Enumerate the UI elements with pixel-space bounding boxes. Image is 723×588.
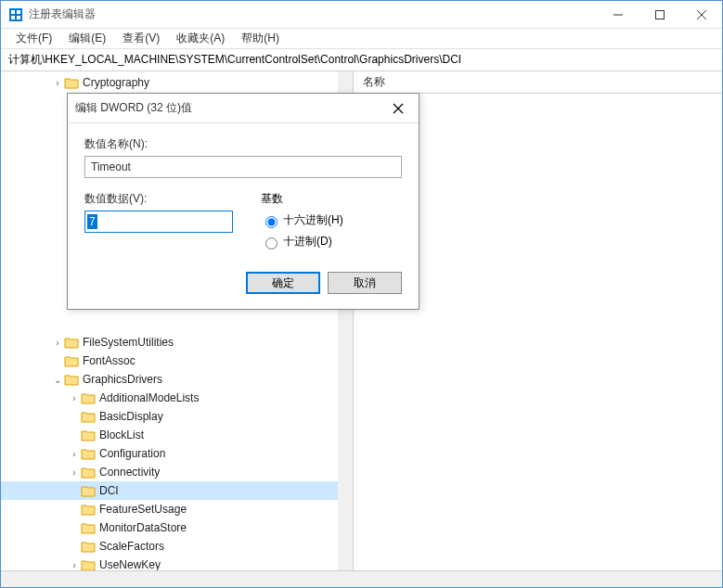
svg-rect-1 (11, 10, 15, 14)
folder-icon (81, 466, 96, 479)
tree-label: UseNewKey (99, 558, 161, 570)
folder-icon (81, 540, 96, 553)
cancel-button[interactable]: 取消 (328, 272, 402, 294)
folder-icon (64, 373, 79, 386)
chevron-right-icon[interactable]: › (68, 449, 81, 459)
tree-row[interactable]: ›Cryptography (1, 73, 353, 92)
chevron-right-icon[interactable]: › (68, 393, 81, 403)
folder-icon (81, 521, 96, 534)
chevron-down-icon[interactable]: ⌄ (51, 375, 64, 385)
value-name-field[interactable]: Timeout (84, 156, 402, 178)
radio-dec-label: 十进制(D) (283, 234, 332, 249)
minimize-button[interactable] (597, 1, 639, 28)
address-input[interactable] (5, 52, 718, 69)
tree-label: BlockList (99, 428, 144, 441)
tree-row[interactable]: BlockList (1, 426, 353, 444)
dialog-title: 编辑 DWORD (32 位)值 (75, 100, 192, 116)
dialog-titlebar: 编辑 DWORD (32 位)值 (68, 94, 419, 123)
chevron-right-icon[interactable]: › (68, 560, 81, 570)
folder-icon (81, 391, 96, 404)
base-group-label: 基数 (261, 191, 402, 207)
tree-row[interactable]: ›FileSystemUtilities (1, 333, 353, 352)
folder-icon (64, 336, 79, 349)
radio-hex-label: 十六进制(H) (283, 212, 343, 228)
app-icon (8, 7, 23, 22)
radio-hex[interactable]: 十六进制(H) (261, 212, 402, 228)
tree-row[interactable]: BasicDisplay (1, 407, 353, 426)
tree-row[interactable]: ›Configuration (1, 444, 353, 463)
chevron-right-icon[interactable]: › (68, 467, 81, 478)
statusbar (1, 570, 722, 587)
tree-label: BasicDisplay (99, 410, 163, 423)
tree-label: MonitorDataStore (99, 521, 187, 534)
value-data-label: 数值数据(V): (84, 191, 233, 207)
ok-button[interactable]: 确定 (246, 272, 320, 294)
tree-row[interactable]: FeatureSetUsage (1, 500, 353, 518)
value-data-input[interactable]: 7 (84, 211, 233, 233)
folder-icon (81, 558, 96, 570)
tree-row[interactable]: ›AdditionalModeLists (1, 389, 353, 407)
svg-rect-4 (17, 16, 20, 19)
svg-rect-6 (655, 10, 664, 19)
tree-label: Configuration (99, 447, 165, 460)
list-header-name[interactable]: 名称 (354, 71, 722, 94)
tree-label: ScaleFactors (99, 540, 164, 553)
tree-label: DCI (99, 484, 119, 497)
folder-icon (64, 76, 79, 89)
tree-label: FeatureSetUsage (99, 503, 187, 516)
tree-label: AdditionalModeLists (99, 391, 199, 404)
close-button[interactable] (680, 1, 722, 28)
tree-row[interactable]: ScaleFactors (1, 537, 353, 556)
edit-dword-dialog: 编辑 DWORD (32 位)值 数值名称(N): Timeout 数值数据(V… (67, 93, 420, 310)
menu-help[interactable]: 帮助(H) (234, 29, 287, 48)
folder-icon (81, 484, 96, 497)
chevron-right-icon[interactable]: › (51, 78, 64, 88)
tree-row[interactable]: FontAssoc (1, 352, 353, 370)
tree-label: Cryptography (83, 76, 149, 89)
menu-view[interactable]: 查看(V) (115, 29, 167, 48)
tree-row[interactable]: ›UseNewKey (1, 556, 353, 570)
folder-icon (81, 503, 96, 516)
svg-rect-2 (17, 10, 20, 14)
radio-hex-input[interactable] (265, 216, 278, 228)
menu-file[interactable]: 文件(F) (8, 29, 59, 48)
tree-row[interactable]: DCI (1, 481, 353, 500)
folder-icon (81, 447, 96, 460)
maximize-button[interactable] (639, 1, 680, 28)
radio-dec-input[interactable] (265, 237, 278, 249)
dialog-buttons: 确定 取消 (68, 262, 419, 309)
tree-label: Connectivity (99, 466, 160, 479)
value-name-label: 数值名称(N): (84, 136, 402, 152)
chevron-right-icon[interactable]: › (51, 338, 64, 348)
tree-label: FileSystemUtilities (83, 336, 174, 349)
window-title: 注册表编辑器 (29, 6, 597, 22)
dialog-body: 数值名称(N): Timeout 数值数据(V): 7 基数 十六进制(H) (68, 123, 419, 262)
address-bar (1, 49, 722, 71)
dialog-close-button[interactable] (385, 96, 411, 121)
folder-icon (81, 428, 96, 441)
value-data-text: 7 (87, 214, 97, 229)
menubar: 文件(F) 编辑(E) 查看(V) 收藏夹(A) 帮助(H) (1, 29, 722, 49)
tree-row[interactable]: ⌄GraphicsDrivers (1, 370, 353, 389)
registry-editor-window: 注册表编辑器 文件(F) 编辑(E) 查看(V) 收藏夹(A) 帮助(H) ›C… (0, 0, 723, 588)
svg-rect-3 (11, 16, 15, 19)
tree-label: GraphicsDrivers (83, 373, 162, 386)
titlebar: 注册表编辑器 (1, 1, 722, 29)
folder-icon (81, 410, 96, 423)
menu-favorites[interactable]: 收藏夹(A) (169, 29, 232, 48)
tree-row[interactable]: ›Connectivity (1, 463, 353, 481)
window-controls (597, 1, 722, 28)
menu-edit[interactable]: 编辑(E) (61, 29, 113, 48)
tree-label: FontAssoc (83, 354, 136, 367)
tree-row[interactable]: MonitorDataStore (1, 518, 353, 537)
folder-icon (64, 354, 79, 367)
radio-dec[interactable]: 十进制(D) (261, 234, 402, 249)
